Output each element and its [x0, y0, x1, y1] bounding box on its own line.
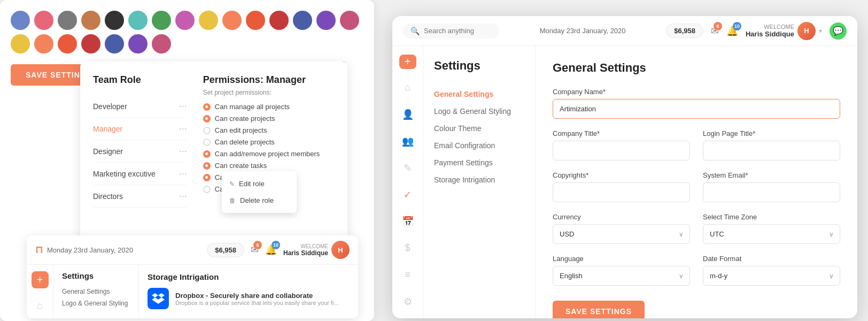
- role-marketing-label: Marketing excutive: [93, 170, 156, 178]
- search-input[interactable]: [424, 27, 492, 35]
- radio-edit[interactable]: [203, 127, 211, 134]
- notification-icon-button[interactable]: 🔔 10: [726, 25, 738, 37]
- radio-delete-tasks[interactable]: [203, 186, 211, 193]
- sidebar-add-button[interactable]: +: [399, 55, 416, 69]
- sidebar-group-icon[interactable]: 👥: [398, 133, 417, 149]
- swatch-yellow[interactable]: [199, 11, 218, 30]
- currency-select[interactable]: USD EUR GBP: [553, 224, 690, 244]
- role-developer-dots[interactable]: ···: [179, 101, 187, 112]
- role-directors[interactable]: Directors ···: [93, 185, 187, 208]
- swatch-orange[interactable]: [222, 11, 242, 30]
- swatch-green[interactable]: [152, 11, 171, 30]
- sidebar-gear-icon[interactable]: ⚙: [398, 294, 417, 310]
- swatch-purple[interactable]: [316, 11, 336, 30]
- inst-avatar: H: [331, 241, 350, 259]
- login-page-title-input[interactable]: [703, 141, 840, 160]
- search-bar[interactable]: 🔍: [403, 24, 499, 39]
- radio-create[interactable]: [203, 115, 211, 123]
- role-manager[interactable]: Manager ···: [93, 118, 187, 140]
- sidebar-check-icon[interactable]: ✓: [398, 187, 417, 203]
- sidebar-calendar-icon[interactable]: 📅: [398, 213, 417, 230]
- delete-role-label: Delete role: [240, 196, 274, 204]
- notif-badge: 10: [733, 22, 741, 30]
- swatch-blue[interactable]: [293, 11, 312, 30]
- company-name-input[interactable]: [553, 99, 840, 119]
- mail-icon-button[interactable]: ✉ 6: [711, 25, 719, 37]
- swatch-orange2[interactable]: [34, 34, 53, 54]
- edit-role-menu-item[interactable]: ✎ Edit role: [222, 175, 297, 192]
- instance-content: Storage Intrigation Dropbox - Securely s…: [139, 265, 358, 321]
- swatch-pink[interactable]: [34, 11, 53, 30]
- swatch-purple-pink[interactable]: [175, 11, 195, 30]
- sidebar-edit-icon[interactable]: ✎: [398, 160, 417, 176]
- role-marketing[interactable]: Marketing excutive ···: [93, 163, 187, 185]
- permissions-subtitle: Set project permissions:: [203, 89, 335, 96]
- inst-notif-badge: 10: [272, 241, 280, 249]
- swatch-blue2[interactable]: [105, 34, 124, 54]
- role-directors-dots[interactable]: ···: [179, 190, 187, 202]
- context-menu: ✎ Edit role 🗑 Delete role: [222, 171, 297, 213]
- inst-mail-icon[interactable]: ✉ 6: [251, 244, 259, 256]
- timezone-select[interactable]: UTC EST: [703, 224, 840, 244]
- swatch-dark[interactable]: [105, 11, 124, 30]
- role-designer[interactable]: Designer ···: [93, 140, 187, 163]
- nav-colour-theme[interactable]: Colour Theme: [434, 120, 524, 137]
- language-label: Language: [553, 255, 690, 263]
- swatch-gray[interactable]: [58, 11, 77, 30]
- sidebar-list-icon[interactable]: ≡: [398, 267, 417, 283]
- language-select[interactable]: English French: [553, 266, 690, 286]
- chat-bubble-icon[interactable]: 💬: [830, 22, 847, 40]
- role-designer-label: Designer: [93, 147, 123, 156]
- sidebar-user-icon[interactable]: 👤: [398, 106, 417, 123]
- company-name-row: Company Name*: [553, 88, 840, 119]
- mail-badge: 6: [714, 22, 722, 30]
- sidebar-dollar-icon[interactable]: $: [398, 240, 417, 256]
- radio-delete[interactable]: [203, 139, 211, 146]
- role-designer-dots[interactable]: ···: [179, 146, 187, 157]
- swatch-rose2[interactable]: [152, 34, 171, 54]
- role-manager-dots[interactable]: ···: [179, 123, 187, 134]
- swatch-brown[interactable]: [81, 11, 100, 30]
- nav-email-config[interactable]: Email Configration: [434, 137, 524, 154]
- swatch-rose[interactable]: [340, 11, 359, 30]
- copyrights-input[interactable]: [553, 182, 690, 202]
- swatch-purple2[interactable]: [128, 34, 148, 54]
- radio-edit-tasks[interactable]: [203, 174, 211, 181]
- inst-add-button[interactable]: +: [32, 271, 49, 288]
- swatch-orange-red[interactable]: [246, 11, 265, 30]
- save-settings-button[interactable]: SAVE SETTINGS: [553, 301, 645, 318]
- language-group: Language English French: [553, 255, 690, 286]
- inst-sidebar-home-icon[interactable]: ⌂: [30, 296, 50, 315]
- perm-add-remove-label: Can add/remove project members: [215, 150, 320, 158]
- nav-payment-settings[interactable]: Payment Settings: [434, 154, 524, 171]
- swatch-blue-light[interactable]: [11, 11, 30, 30]
- delete-role-menu-item[interactable]: 🗑 Delete role: [222, 192, 297, 209]
- nav-storage[interactable]: Storage Intrigation: [434, 171, 524, 188]
- radio-manage-all[interactable]: [203, 103, 211, 111]
- main-header: 🔍 Monday 23rd January, 2020 $6,958 ✉ 6 🔔…: [392, 16, 857, 46]
- swatch-red[interactable]: [269, 11, 289, 30]
- inst-date: Monday 23rd January, 2020: [47, 246, 133, 254]
- perm-delete-label: Can delete projects: [215, 138, 275, 146]
- sidebar-home-icon[interactable]: ⌂: [398, 80, 417, 96]
- nav-general-settings[interactable]: General Settings: [434, 86, 524, 103]
- swatch-yellow2[interactable]: [11, 34, 30, 54]
- user-avatar[interactable]: H: [797, 22, 816, 40]
- radio-create-tasks[interactable]: [203, 162, 211, 170]
- nav-logo-styling[interactable]: Logo & General Styling: [434, 103, 524, 120]
- swatch-teal[interactable]: [128, 11, 148, 30]
- role-marketing-dots[interactable]: ···: [179, 168, 187, 179]
- chevron-down-icon[interactable]: ▾: [819, 27, 822, 35]
- inst-nav-logo[interactable]: Logo & General Styling: [62, 297, 130, 309]
- date-format-select[interactable]: m-d-y d-m-y y-m-d: [703, 266, 840, 286]
- inst-notif-icon[interactable]: 🔔 10: [265, 244, 277, 256]
- inst-nav-general[interactable]: General Settings: [62, 286, 130, 297]
- system-email-input[interactable]: [703, 182, 840, 202]
- header-date: Monday 23rd January, 2020: [540, 27, 626, 35]
- company-title-input[interactable]: [553, 141, 690, 160]
- swatch-orange-red2[interactable]: [58, 34, 77, 54]
- role-developer[interactable]: Developer ···: [93, 95, 187, 118]
- swatch-red2[interactable]: [81, 34, 100, 54]
- radio-add-remove[interactable]: [203, 150, 211, 158]
- storage-dropbox-text: Dropbox - Securely share and collaborate…: [175, 292, 339, 306]
